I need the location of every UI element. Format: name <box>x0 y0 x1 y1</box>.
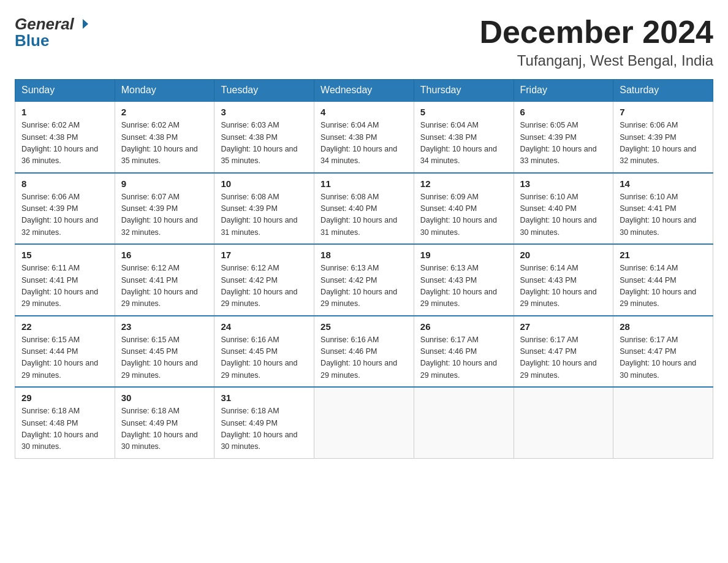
calendar-table: SundayMondayTuesdayWednesdayThursdayFrid… <box>15 79 713 459</box>
calendar-cell: 22 Sunrise: 6:15 AMSunset: 4:44 PMDaylig… <box>15 316 115 388</box>
calendar-cell <box>613 387 713 458</box>
day-number: 31 <box>221 393 308 403</box>
day-number: 20 <box>520 250 607 260</box>
calendar-cell: 1 Sunrise: 6:02 AMSunset: 4:38 PMDayligh… <box>15 101 115 173</box>
day-info: Sunrise: 6:14 AMSunset: 4:44 PMDaylight:… <box>620 262 707 310</box>
day-number: 10 <box>221 178 308 189</box>
day-number: 22 <box>21 321 108 332</box>
day-info: Sunrise: 6:08 AMSunset: 4:40 PMDaylight:… <box>320 191 408 239</box>
day-info: Sunrise: 6:05 AMSunset: 4:39 PMDaylight:… <box>520 120 607 167</box>
week-row-3: 15 Sunrise: 6:11 AMSunset: 4:41 PMDaylig… <box>15 244 713 316</box>
calendar-cell <box>414 387 514 458</box>
day-info: Sunrise: 6:18 AMSunset: 4:49 PMDaylight:… <box>221 405 308 453</box>
day-number: 4 <box>320 107 408 117</box>
day-number: 3 <box>221 107 308 117</box>
calendar-cell: 25 Sunrise: 6:16 AMSunset: 4:46 PMDaylig… <box>314 316 414 388</box>
calendar-cell: 17 Sunrise: 6:12 AMSunset: 4:42 PMDaylig… <box>214 244 314 316</box>
day-number: 19 <box>420 250 507 260</box>
day-info: Sunrise: 6:02 AMSunset: 4:38 PMDaylight:… <box>21 120 108 167</box>
day-info: Sunrise: 6:03 AMSunset: 4:38 PMDaylight:… <box>221 120 308 167</box>
day-number: 30 <box>121 393 208 403</box>
day-info: Sunrise: 6:17 AMSunset: 4:47 PMDaylight:… <box>620 334 707 382</box>
day-number: 5 <box>420 107 507 117</box>
day-number: 18 <box>320 250 408 260</box>
day-info: Sunrise: 6:13 AMSunset: 4:43 PMDaylight:… <box>420 262 507 310</box>
logo-flag-icon <box>76 18 89 31</box>
day-info: Sunrise: 6:02 AMSunset: 4:38 PMDaylight:… <box>121 120 208 167</box>
calendar-cell: 13 Sunrise: 6:10 AMSunset: 4:40 PMDaylig… <box>514 173 613 245</box>
day-info: Sunrise: 6:18 AMSunset: 4:49 PMDaylight:… <box>121 405 208 453</box>
day-number: 21 <box>620 250 707 260</box>
col-header-friday: Friday <box>514 80 613 102</box>
day-info: Sunrise: 6:17 AMSunset: 4:46 PMDaylight:… <box>420 334 507 382</box>
day-number: 11 <box>320 178 408 189</box>
day-number: 29 <box>21 393 108 403</box>
day-number: 27 <box>520 321 607 332</box>
calendar-cell: 10 Sunrise: 6:08 AMSunset: 4:39 PMDaylig… <box>214 173 314 245</box>
location-subtitle: Tufanganj, West Bengal, India <box>479 52 713 69</box>
day-info: Sunrise: 6:06 AMSunset: 4:39 PMDaylight:… <box>620 120 707 167</box>
day-info: Sunrise: 6:04 AMSunset: 4:38 PMDaylight:… <box>420 120 507 167</box>
title-block: December 2024 Tufanganj, West Bengal, In… <box>479 15 713 69</box>
calendar-cell: 16 Sunrise: 6:12 AMSunset: 4:41 PMDaylig… <box>115 244 214 316</box>
calendar-cell: 4 Sunrise: 6:04 AMSunset: 4:38 PMDayligh… <box>314 101 414 173</box>
day-info: Sunrise: 6:13 AMSunset: 4:42 PMDaylight:… <box>320 262 408 310</box>
week-row-2: 8 Sunrise: 6:06 AMSunset: 4:39 PMDayligh… <box>15 173 713 245</box>
calendar-cell: 3 Sunrise: 6:03 AMSunset: 4:38 PMDayligh… <box>214 101 314 173</box>
calendar-cell: 6 Sunrise: 6:05 AMSunset: 4:39 PMDayligh… <box>514 101 613 173</box>
day-number: 7 <box>620 107 707 117</box>
calendar-cell: 21 Sunrise: 6:14 AMSunset: 4:44 PMDaylig… <box>613 244 713 316</box>
col-header-sunday: Sunday <box>15 80 115 102</box>
week-row-5: 29 Sunrise: 6:18 AMSunset: 4:48 PMDaylig… <box>15 387 713 458</box>
calendar-cell: 27 Sunrise: 6:17 AMSunset: 4:47 PMDaylig… <box>514 316 613 388</box>
col-header-saturday: Saturday <box>613 80 713 102</box>
day-info: Sunrise: 6:09 AMSunset: 4:40 PMDaylight:… <box>420 191 507 239</box>
calendar-header-row: SundayMondayTuesdayWednesdayThursdayFrid… <box>15 80 713 102</box>
week-row-1: 1 Sunrise: 6:02 AMSunset: 4:38 PMDayligh… <box>15 101 713 173</box>
calendar-cell: 5 Sunrise: 6:04 AMSunset: 4:38 PMDayligh… <box>414 101 514 173</box>
day-info: Sunrise: 6:14 AMSunset: 4:43 PMDaylight:… <box>520 262 607 310</box>
week-row-4: 22 Sunrise: 6:15 AMSunset: 4:44 PMDaylig… <box>15 316 713 388</box>
day-info: Sunrise: 6:12 AMSunset: 4:41 PMDaylight:… <box>121 262 208 310</box>
day-info: Sunrise: 6:10 AMSunset: 4:40 PMDaylight:… <box>520 191 607 239</box>
day-number: 23 <box>121 321 208 332</box>
day-number: 13 <box>520 178 607 189</box>
day-number: 8 <box>21 178 108 189</box>
day-info: Sunrise: 6:17 AMSunset: 4:47 PMDaylight:… <box>520 334 607 382</box>
day-number: 17 <box>221 250 308 260</box>
day-info: Sunrise: 6:18 AMSunset: 4:48 PMDaylight:… <box>21 405 108 453</box>
day-info: Sunrise: 6:08 AMSunset: 4:39 PMDaylight:… <box>221 191 308 239</box>
calendar-cell: 11 Sunrise: 6:08 AMSunset: 4:40 PMDaylig… <box>314 173 414 245</box>
day-info: Sunrise: 6:10 AMSunset: 4:41 PMDaylight:… <box>620 191 707 239</box>
calendar-cell: 29 Sunrise: 6:18 AMSunset: 4:48 PMDaylig… <box>15 387 115 458</box>
calendar-cell: 20 Sunrise: 6:14 AMSunset: 4:43 PMDaylig… <box>514 244 613 316</box>
calendar-cell <box>314 387 414 458</box>
svg-marker-0 <box>83 19 88 29</box>
calendar-cell <box>514 387 613 458</box>
calendar-cell: 2 Sunrise: 6:02 AMSunset: 4:38 PMDayligh… <box>115 101 214 173</box>
day-number: 15 <box>21 250 108 260</box>
page-header: General Blue December 2024 Tufanganj, We… <box>15 15 713 69</box>
col-header-thursday: Thursday <box>414 80 514 102</box>
day-info: Sunrise: 6:16 AMSunset: 4:46 PMDaylight:… <box>320 334 408 382</box>
calendar-cell: 26 Sunrise: 6:17 AMSunset: 4:46 PMDaylig… <box>414 316 514 388</box>
calendar-cell: 7 Sunrise: 6:06 AMSunset: 4:39 PMDayligh… <box>613 101 713 173</box>
day-info: Sunrise: 6:11 AMSunset: 4:41 PMDaylight:… <box>21 262 108 310</box>
day-info: Sunrise: 6:15 AMSunset: 4:45 PMDaylight:… <box>121 334 208 382</box>
calendar-cell: 23 Sunrise: 6:15 AMSunset: 4:45 PMDaylig… <box>115 316 214 388</box>
day-info: Sunrise: 6:04 AMSunset: 4:38 PMDaylight:… <box>320 120 408 167</box>
day-number: 1 <box>21 107 108 117</box>
day-number: 14 <box>620 178 707 189</box>
col-header-tuesday: Tuesday <box>214 80 314 102</box>
logo-blue-text: Blue <box>15 31 90 50</box>
calendar-cell: 24 Sunrise: 6:16 AMSunset: 4:45 PMDaylig… <box>214 316 314 388</box>
calendar-cell: 8 Sunrise: 6:06 AMSunset: 4:39 PMDayligh… <box>15 173 115 245</box>
calendar-cell: 18 Sunrise: 6:13 AMSunset: 4:42 PMDaylig… <box>314 244 414 316</box>
day-number: 25 <box>320 321 408 332</box>
day-info: Sunrise: 6:06 AMSunset: 4:39 PMDaylight:… <box>21 191 108 239</box>
col-header-wednesday: Wednesday <box>314 80 414 102</box>
calendar-cell: 14 Sunrise: 6:10 AMSunset: 4:41 PMDaylig… <box>613 173 713 245</box>
calendar-cell: 19 Sunrise: 6:13 AMSunset: 4:43 PMDaylig… <box>414 244 514 316</box>
month-year-title: December 2024 <box>479 15 713 50</box>
day-number: 28 <box>620 321 707 332</box>
